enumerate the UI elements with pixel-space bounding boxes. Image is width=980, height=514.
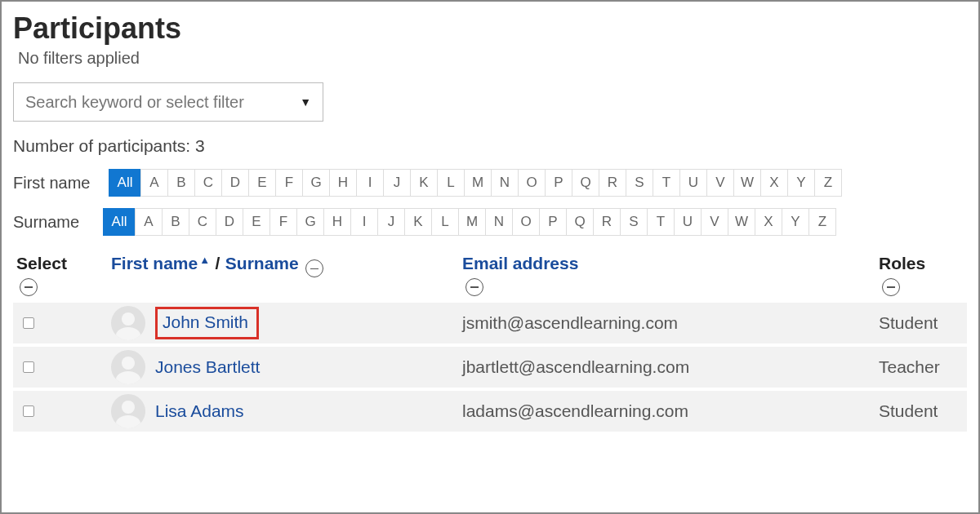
collapse-roles-icon[interactable] — [882, 278, 900, 296]
participant-name-link[interactable]: John Smith — [163, 312, 248, 331]
avatar — [111, 350, 145, 384]
letter-filter-m[interactable]: M — [458, 208, 486, 236]
header-select[interactable]: Select — [16, 254, 111, 273]
header-firstname[interactable]: First name — [111, 254, 198, 273]
sort-asc-icon: ▲ — [199, 254, 210, 266]
surname-filter-row: Surname AllABCDEFGHIJKLMNOPQRSTUVWXYZ — [13, 208, 967, 236]
letter-filter-a[interactable]: A — [140, 169, 168, 197]
firstname-filter-label: First name — [13, 174, 103, 193]
letter-filter-f[interactable]: F — [275, 169, 303, 197]
letter-filter-j[interactable]: J — [377, 208, 405, 236]
collapse-select-icon[interactable] — [20, 278, 38, 296]
letter-filter-o[interactable]: O — [512, 208, 540, 236]
letter-filter-k[interactable]: K — [404, 208, 432, 236]
letter-filter-c[interactable]: C — [194, 169, 222, 197]
participant-count: Number of participants: 3 — [13, 136, 967, 156]
letter-filter-s[interactable]: S — [620, 208, 648, 236]
letter-filter-i[interactable]: I — [350, 208, 378, 236]
letter-filter-t[interactable]: T — [647, 208, 675, 236]
letter-filter-u[interactable]: U — [674, 208, 702, 236]
letter-filter-t[interactable]: T — [653, 169, 680, 197]
firstname-filter-row: First name AllABCDEFGHIJKLMNOPQRSTUVWXYZ — [13, 169, 967, 197]
letter-filter-z[interactable]: Z — [808, 208, 836, 236]
letter-filter-i[interactable]: I — [356, 169, 384, 197]
letter-filter-s[interactable]: S — [626, 169, 653, 197]
header-email[interactable]: Email address — [462, 254, 879, 273]
firstname-letter-boxes: AllABCDEFGHIJKLMNOPQRSTUVWXYZ — [109, 169, 842, 197]
letter-filter-d[interactable]: D — [216, 208, 243, 236]
letter-filter-d[interactable]: D — [221, 169, 249, 197]
participant-name-link[interactable]: Jones Bartlett — [155, 357, 260, 376]
table-header-row: Select First name▲ / Surname Email addre… — [13, 247, 967, 303]
letter-filter-h[interactable]: H — [329, 169, 357, 197]
row-checkbox[interactable] — [23, 361, 34, 373]
letter-filter-l[interactable]: L — [431, 208, 459, 236]
table-row: Jones Bartlettjbartlett@ascendlearning.c… — [13, 347, 967, 391]
letter-filter-p[interactable]: P — [545, 169, 572, 197]
letter-filter-r[interactable]: R — [593, 208, 621, 236]
participant-name-link[interactable]: Lisa Adams — [155, 401, 244, 420]
header-surname[interactable]: Surname — [225, 254, 299, 273]
participant-role: Student — [879, 313, 938, 332]
letter-filter-all[interactable]: All — [103, 208, 136, 236]
letter-filter-x[interactable]: X — [755, 208, 782, 236]
participants-table: Select First name▲ / Surname Email addre… — [13, 247, 967, 435]
avatar — [111, 394, 145, 428]
letter-filter-v[interactable]: V — [706, 169, 734, 197]
letter-filter-n[interactable]: N — [491, 169, 519, 197]
surname-filter-label: Surname — [13, 213, 97, 232]
collapse-email-icon[interactable] — [466, 278, 483, 296]
letter-filter-e[interactable]: E — [248, 169, 276, 197]
row-checkbox[interactable] — [23, 405, 34, 417]
letter-filter-e[interactable]: E — [243, 208, 270, 236]
collapse-name-icon[interactable] — [305, 259, 323, 277]
table-row: John Smithjsmith@ascendlearning.comStude… — [13, 303, 967, 347]
letter-filter-y[interactable]: Y — [787, 169, 815, 197]
letter-filter-g[interactable]: G — [296, 208, 324, 236]
page-title: Participants — [13, 11, 967, 46]
letter-filter-j[interactable]: J — [383, 169, 411, 197]
surname-letter-boxes: AllABCDEFGHIJKLMNOPQRSTUVWXYZ — [104, 208, 836, 236]
table-row: Lisa Adamsladams@ascendlearning.comStude… — [13, 391, 967, 435]
letter-filter-u[interactable]: U — [679, 169, 707, 197]
search-filter-dropdown[interactable]: ▼ — [13, 82, 323, 122]
header-roles[interactable]: Roles — [879, 254, 960, 273]
letter-filter-h[interactable]: H — [323, 208, 351, 236]
letter-filter-f[interactable]: F — [270, 208, 297, 236]
row-checkbox[interactable] — [23, 317, 34, 329]
letter-filter-p[interactable]: P — [539, 208, 567, 236]
letter-filter-z[interactable]: Z — [814, 169, 842, 197]
letter-filter-q[interactable]: Q — [572, 169, 599, 197]
letter-filter-a[interactable]: A — [135, 208, 163, 236]
letter-filter-all[interactable]: All — [109, 169, 141, 197]
avatar — [111, 306, 145, 340]
letter-filter-x[interactable]: X — [760, 169, 788, 197]
letter-filter-l[interactable]: L — [437, 169, 465, 197]
letter-filter-q[interactable]: Q — [566, 208, 594, 236]
letter-filter-y[interactable]: Y — [782, 208, 809, 236]
participant-role: Teacher — [879, 357, 940, 376]
participant-email: jbartlett@ascendlearning.com — [462, 357, 689, 376]
letter-filter-w[interactable]: W — [733, 169, 761, 197]
letter-filter-n[interactable]: N — [485, 208, 513, 236]
letter-filter-o[interactable]: O — [518, 169, 546, 197]
participant-email: ladams@ascendlearning.com — [462, 401, 688, 420]
letter-filter-w[interactable]: W — [728, 208, 755, 236]
letter-filter-b[interactable]: B — [167, 169, 195, 197]
letter-filter-m[interactable]: M — [464, 169, 492, 197]
letter-filter-c[interactable]: C — [189, 208, 216, 236]
letter-filter-b[interactable]: B — [162, 208, 189, 236]
highlight-box: John Smith — [155, 307, 259, 339]
participant-email: jsmith@ascendlearning.com — [462, 313, 678, 332]
letter-filter-r[interactable]: R — [599, 169, 626, 197]
participant-role: Student — [879, 401, 938, 420]
letter-filter-k[interactable]: K — [410, 169, 438, 197]
letter-filter-g[interactable]: G — [302, 169, 330, 197]
header-slash: / — [216, 254, 220, 273]
letter-filter-v[interactable]: V — [701, 208, 728, 236]
filter-status: No filters applied — [18, 49, 967, 68]
dropdown-arrow-icon: ▼ — [300, 95, 311, 109]
search-input[interactable] — [25, 93, 287, 112]
